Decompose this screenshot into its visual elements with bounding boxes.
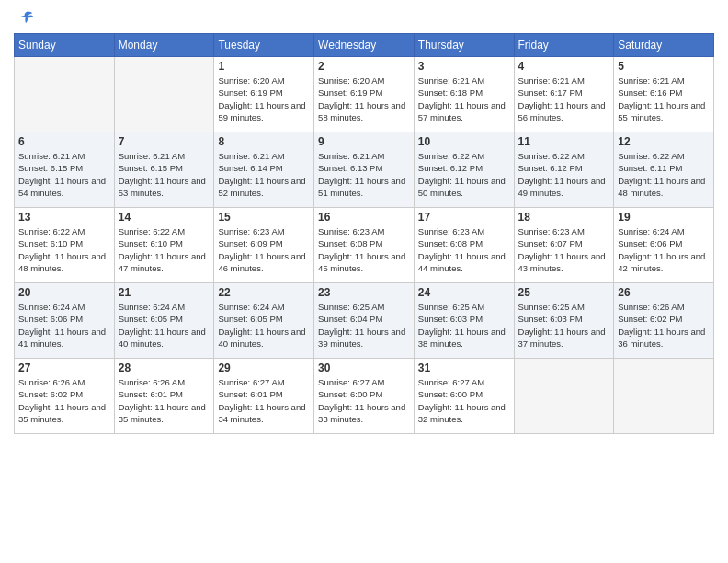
calendar-header-row: SundayMondayTuesdayWednesdayThursdayFrid… xyxy=(15,34,714,57)
calendar-week-row: 1Sunrise: 6:20 AM Sunset: 6:19 PM Daylig… xyxy=(15,57,714,132)
day-number: 24 xyxy=(418,286,510,299)
day-detail: Sunrise: 6:22 AM Sunset: 6:12 PM Dayligh… xyxy=(518,150,610,199)
day-detail: Sunrise: 6:21 AM Sunset: 6:15 PM Dayligh… xyxy=(18,150,110,199)
calendar-cell: 14Sunrise: 6:22 AM Sunset: 6:10 PM Dayli… xyxy=(114,208,214,283)
calendar-cell xyxy=(514,359,614,434)
page: SundayMondayTuesdayWednesdayThursdayFrid… xyxy=(0,0,728,563)
calendar-week-row: 27Sunrise: 6:26 AM Sunset: 6:02 PM Dayli… xyxy=(15,359,714,434)
day-detail: Sunrise: 6:26 AM Sunset: 6:01 PM Dayligh… xyxy=(119,376,210,425)
day-detail: Sunrise: 6:21 AM Sunset: 6:14 PM Dayligh… xyxy=(218,150,310,199)
day-detail: Sunrise: 6:21 AM Sunset: 6:15 PM Dayligh… xyxy=(119,150,210,199)
day-number: 29 xyxy=(218,362,310,374)
day-detail: Sunrise: 6:22 AM Sunset: 6:12 PM Dayligh… xyxy=(418,150,510,199)
day-number: 8 xyxy=(218,135,310,148)
day-detail: Sunrise: 6:25 AM Sunset: 6:03 PM Dayligh… xyxy=(418,301,510,350)
weekday-header: Sunday xyxy=(15,34,115,57)
day-detail: Sunrise: 6:25 AM Sunset: 6:03 PM Dayligh… xyxy=(518,301,610,350)
calendar-cell: 15Sunrise: 6:23 AM Sunset: 6:09 PM Dayli… xyxy=(214,208,314,283)
day-detail: Sunrise: 6:21 AM Sunset: 6:17 PM Dayligh… xyxy=(518,75,610,123)
calendar-cell: 12Sunrise: 6:22 AM Sunset: 6:11 PM Dayli… xyxy=(614,132,714,208)
day-number: 4 xyxy=(518,60,610,73)
day-number: 14 xyxy=(119,211,210,224)
day-number: 12 xyxy=(618,135,710,148)
day-detail: Sunrise: 6:22 AM Sunset: 6:11 PM Dayligh… xyxy=(618,150,710,199)
day-detail: Sunrise: 6:25 AM Sunset: 6:04 PM Dayligh… xyxy=(318,301,410,350)
day-detail: Sunrise: 6:27 AM Sunset: 6:00 PM Dayligh… xyxy=(318,376,410,425)
calendar-cell: 30Sunrise: 6:27 AM Sunset: 6:00 PM Dayli… xyxy=(314,359,415,434)
calendar-cell: 3Sunrise: 6:21 AM Sunset: 6:18 PM Daylig… xyxy=(414,57,514,132)
calendar-cell: 31Sunrise: 6:27 AM Sunset: 6:00 PM Dayli… xyxy=(414,359,514,434)
calendar-cell: 20Sunrise: 6:24 AM Sunset: 6:06 PM Dayli… xyxy=(15,283,115,359)
day-detail: Sunrise: 6:24 AM Sunset: 6:05 PM Dayligh… xyxy=(218,301,310,350)
day-number: 17 xyxy=(418,211,510,224)
day-number: 3 xyxy=(418,60,510,73)
calendar-cell: 28Sunrise: 6:26 AM Sunset: 6:01 PM Dayli… xyxy=(114,359,214,434)
calendar-cell: 5Sunrise: 6:21 AM Sunset: 6:16 PM Daylig… xyxy=(614,57,714,132)
calendar-cell: 16Sunrise: 6:23 AM Sunset: 6:08 PM Dayli… xyxy=(314,208,415,283)
day-detail: Sunrise: 6:24 AM Sunset: 6:06 PM Dayligh… xyxy=(618,225,710,274)
day-detail: Sunrise: 6:22 AM Sunset: 6:10 PM Dayligh… xyxy=(18,225,110,274)
day-number: 2 xyxy=(318,60,410,73)
day-detail: Sunrise: 6:27 AM Sunset: 6:00 PM Dayligh… xyxy=(418,376,510,425)
weekday-header: Monday xyxy=(114,34,214,57)
day-number: 20 xyxy=(18,286,110,299)
calendar-cell xyxy=(15,57,115,132)
calendar-cell: 22Sunrise: 6:24 AM Sunset: 6:05 PM Dayli… xyxy=(214,283,314,359)
calendar-cell: 24Sunrise: 6:25 AM Sunset: 6:03 PM Dayli… xyxy=(414,283,514,359)
day-number: 16 xyxy=(318,211,410,224)
day-detail: Sunrise: 6:21 AM Sunset: 6:16 PM Dayligh… xyxy=(618,75,710,123)
day-number: 9 xyxy=(318,135,410,148)
weekday-header: Saturday xyxy=(614,34,714,57)
calendar-cell: 21Sunrise: 6:24 AM Sunset: 6:05 PM Dayli… xyxy=(114,283,214,359)
calendar-cell: 10Sunrise: 6:22 AM Sunset: 6:12 PM Dayli… xyxy=(414,132,514,208)
day-detail: Sunrise: 6:23 AM Sunset: 6:08 PM Dayligh… xyxy=(318,225,410,274)
calendar-cell: 2Sunrise: 6:20 AM Sunset: 6:19 PM Daylig… xyxy=(314,57,415,132)
day-number: 1 xyxy=(218,60,310,73)
calendar-cell: 8Sunrise: 6:21 AM Sunset: 6:14 PM Daylig… xyxy=(214,132,314,208)
weekday-header: Friday xyxy=(514,34,614,57)
calendar-cell: 1Sunrise: 6:20 AM Sunset: 6:19 PM Daylig… xyxy=(214,57,314,132)
calendar-cell: 13Sunrise: 6:22 AM Sunset: 6:10 PM Dayli… xyxy=(15,208,115,283)
calendar-cell xyxy=(614,359,714,434)
calendar-cell: 11Sunrise: 6:22 AM Sunset: 6:12 PM Dayli… xyxy=(514,132,614,208)
day-detail: Sunrise: 6:27 AM Sunset: 6:01 PM Dayligh… xyxy=(218,376,310,425)
calendar-table: SundayMondayTuesdayWednesdayThursdayFrid… xyxy=(14,33,714,434)
day-number: 31 xyxy=(418,362,510,374)
day-detail: Sunrise: 6:22 AM Sunset: 6:10 PM Dayligh… xyxy=(119,225,210,274)
day-detail: Sunrise: 6:24 AM Sunset: 6:06 PM Dayligh… xyxy=(18,301,110,350)
day-number: 21 xyxy=(119,286,210,299)
day-number: 26 xyxy=(618,286,710,299)
calendar-cell xyxy=(114,57,214,132)
day-number: 11 xyxy=(518,135,610,148)
calendar-cell: 9Sunrise: 6:21 AM Sunset: 6:13 PM Daylig… xyxy=(314,132,415,208)
day-number: 15 xyxy=(218,211,310,224)
day-detail: Sunrise: 6:23 AM Sunset: 6:07 PM Dayligh… xyxy=(518,225,610,274)
day-number: 7 xyxy=(119,135,210,148)
day-number: 22 xyxy=(218,286,310,299)
day-detail: Sunrise: 6:21 AM Sunset: 6:18 PM Dayligh… xyxy=(418,75,510,123)
calendar-week-row: 6Sunrise: 6:21 AM Sunset: 6:15 PM Daylig… xyxy=(15,132,714,208)
weekday-header: Tuesday xyxy=(214,34,314,57)
calendar-cell: 25Sunrise: 6:25 AM Sunset: 6:03 PM Dayli… xyxy=(514,283,614,359)
day-number: 27 xyxy=(18,362,110,374)
calendar-cell: 18Sunrise: 6:23 AM Sunset: 6:07 PM Dayli… xyxy=(514,208,614,283)
day-number: 30 xyxy=(318,362,410,374)
day-detail: Sunrise: 6:26 AM Sunset: 6:02 PM Dayligh… xyxy=(18,376,110,425)
calendar-cell: 4Sunrise: 6:21 AM Sunset: 6:17 PM Daylig… xyxy=(514,57,614,132)
day-number: 23 xyxy=(318,286,410,299)
calendar-week-row: 20Sunrise: 6:24 AM Sunset: 6:06 PM Dayli… xyxy=(15,283,714,359)
calendar-week-row: 13Sunrise: 6:22 AM Sunset: 6:10 PM Dayli… xyxy=(15,208,714,283)
day-detail: Sunrise: 6:21 AM Sunset: 6:13 PM Dayligh… xyxy=(318,150,410,199)
day-number: 13 xyxy=(18,211,110,224)
calendar-cell: 17Sunrise: 6:23 AM Sunset: 6:08 PM Dayli… xyxy=(414,208,514,283)
logo xyxy=(14,9,36,26)
calendar-cell: 7Sunrise: 6:21 AM Sunset: 6:15 PM Daylig… xyxy=(114,132,214,208)
weekday-header: Thursday xyxy=(414,34,514,57)
calendar-cell: 26Sunrise: 6:26 AM Sunset: 6:02 PM Dayli… xyxy=(614,283,714,359)
day-detail: Sunrise: 6:23 AM Sunset: 6:09 PM Dayligh… xyxy=(218,225,310,274)
logo-bird-icon xyxy=(17,9,34,26)
day-number: 6 xyxy=(18,135,110,148)
calendar-cell: 19Sunrise: 6:24 AM Sunset: 6:06 PM Dayli… xyxy=(614,208,714,283)
day-number: 18 xyxy=(518,211,610,224)
day-number: 25 xyxy=(518,286,610,299)
